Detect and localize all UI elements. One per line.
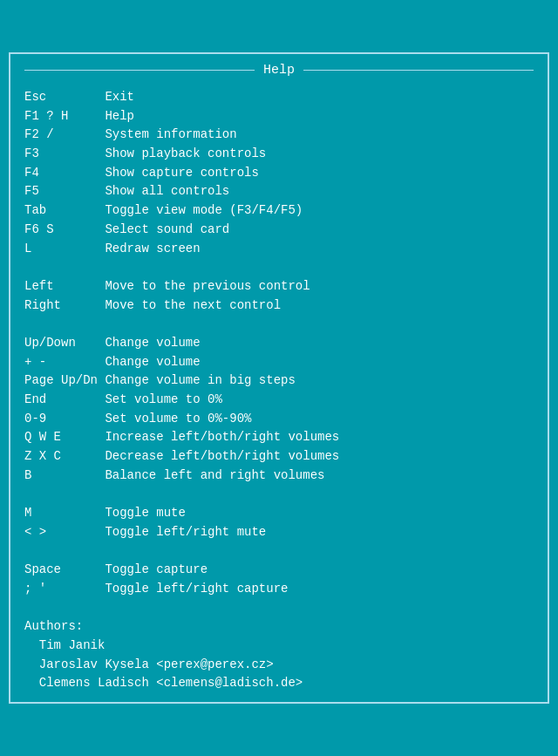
title-line-right — [303, 70, 534, 71]
help-content: Esc Exit F1 ? H Help F2 / System informa… — [24, 88, 534, 693]
help-window: Help Esc Exit F1 ? H Help F2 / System in… — [9, 52, 549, 704]
title-line-left — [24, 70, 255, 71]
title-bar: Help — [24, 63, 534, 78]
window-title: Help — [255, 63, 303, 78]
